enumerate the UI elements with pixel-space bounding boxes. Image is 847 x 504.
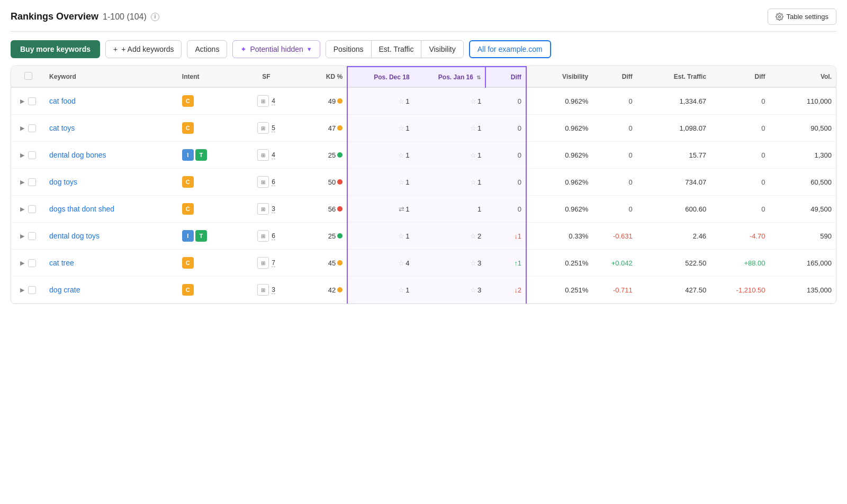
est-diff-value: 0 (761, 124, 765, 132)
est-traffic-button[interactable]: Est. Traffic (372, 41, 422, 58)
page-title: Rankings Overview 1-100 (104) i (11, 11, 159, 22)
expand-icon[interactable]: ▶ (20, 98, 24, 105)
vis-diff-value: 0 (629, 178, 633, 186)
diff-header[interactable]: Diff (485, 67, 526, 87)
sf-icon[interactable]: ⊞ (257, 257, 269, 269)
keyword-link[interactable]: dog toys (49, 178, 77, 186)
intent-badge-t: T (195, 230, 207, 242)
vis-diff-value: 0 (629, 97, 633, 105)
select-all-header[interactable] (11, 67, 45, 87)
kd-dot (337, 260, 343, 265)
sf-count[interactable]: 7 (272, 259, 275, 267)
intent-badges: IT (182, 230, 232, 242)
pos-jan-value: 2 (477, 232, 481, 240)
add-keywords-button[interactable]: + + Add keywords (105, 40, 182, 58)
row-checkbox[interactable] (28, 259, 36, 267)
intent-badges: C (182, 176, 232, 188)
sort-icon: ⇅ (476, 75, 481, 80)
sf-count[interactable]: 4 (272, 151, 275, 159)
all-domain-button[interactable]: All for example.com (469, 40, 551, 58)
sf-header[interactable]: SF (237, 67, 295, 87)
kd-header[interactable]: KD % (296, 67, 348, 87)
visibility-button[interactable]: Visibility (421, 41, 463, 58)
est-traffic-value: 600.60 (685, 205, 706, 213)
keyword-link[interactable]: cat food (49, 97, 76, 105)
kd-value: 50 (328, 178, 336, 186)
info-icon[interactable]: i (151, 13, 159, 21)
select-all-checkbox[interactable] (24, 72, 32, 80)
row-checkbox[interactable] (28, 178, 36, 186)
expand-icon[interactable]: ▶ (20, 179, 24, 186)
vis-diff-value: 0 (629, 151, 633, 159)
keyword-link[interactable]: dental dog bones (49, 151, 106, 159)
actions-button[interactable]: Actions (187, 40, 227, 58)
expand-icon[interactable]: ▶ (20, 260, 24, 267)
est-traffic-value: 1,098.07 (680, 124, 707, 132)
vis-diff-value: 0 (629, 205, 633, 213)
visibility-value: 0.962% (565, 151, 588, 159)
sf-icon[interactable]: ⊞ (257, 149, 269, 161)
kd-value: 25 (328, 232, 336, 240)
pos-dec-header[interactable]: Pos. Dec 18 (347, 67, 413, 87)
pos-dec-value: 1 (406, 286, 409, 294)
keyword-link[interactable]: cat tree (49, 259, 74, 267)
sf-icon[interactable]: ⊞ (257, 176, 269, 188)
sf-count[interactable]: 3 (272, 286, 275, 294)
star-icon: ☆ (398, 232, 404, 240)
pos-dec-value: 1 (406, 97, 409, 105)
row-checkbox[interactable] (28, 151, 36, 159)
intent-badges: IT (182, 149, 232, 161)
est-traffic-value: 522.50 (685, 259, 706, 267)
sf-count[interactable]: 4 (272, 97, 275, 105)
visibility-header[interactable]: Visibility (526, 67, 592, 87)
star-icon: ☆ (398, 259, 404, 267)
sf-icon[interactable]: ⊞ (257, 95, 269, 107)
positions-button[interactable]: Positions (326, 41, 372, 58)
star-icon: ☆ (398, 97, 404, 105)
expand-icon[interactable]: ▶ (20, 287, 24, 294)
row-checkbox[interactable] (28, 286, 36, 294)
table-row: ▶ dog crateC ⊞ 3 42☆1☆3↓20.251%-0.711427… (11, 277, 836, 304)
sf-count[interactable]: 5 (272, 124, 275, 132)
expand-icon[interactable]: ▶ (20, 206, 24, 213)
row-checkbox[interactable] (28, 232, 36, 240)
expand-icon[interactable]: ▶ (20, 125, 24, 132)
kd-dot (337, 206, 343, 212)
pos-dec-value: 1 (406, 151, 409, 159)
diff-value: ↑1 (514, 259, 521, 267)
star-icon: ☆ (398, 178, 404, 186)
intent-header[interactable]: Intent (178, 67, 237, 87)
est-diff-header[interactable]: Diff (710, 67, 769, 87)
row-checkbox[interactable] (28, 205, 36, 213)
vis-diff-value: +0.042 (611, 259, 633, 267)
vis-diff-header[interactable]: Diff (592, 67, 637, 87)
expand-icon[interactable]: ▶ (20, 233, 24, 240)
sf-count[interactable]: 6 (272, 232, 275, 240)
est-traffic-header[interactable]: Est. Traffic (637, 67, 710, 87)
sf-icon[interactable]: ⊞ (257, 284, 269, 296)
link-icon: ⇄ (399, 205, 404, 213)
sf-icon[interactable]: ⊞ (257, 203, 269, 215)
keyword-link[interactable]: cat toys (49, 124, 75, 132)
kd-value: 47 (328, 124, 336, 132)
sf-count[interactable]: 3 (272, 205, 275, 213)
buy-keywords-button[interactable]: Buy more keywords (11, 40, 100, 58)
sf-icon[interactable]: ⊞ (257, 122, 269, 134)
keyword-link[interactable]: dog crate (49, 286, 80, 294)
keyword-header[interactable]: Keyword (45, 67, 178, 87)
keyword-link[interactable]: dental dog toys (49, 232, 100, 240)
keyword-link[interactable]: dogs that dont shed (49, 205, 114, 213)
expand-icon[interactable]: ▶ (20, 152, 24, 159)
row-checkbox[interactable] (28, 124, 36, 132)
intent-badge-c: C (182, 284, 194, 296)
pos-jan-value: 1 (477, 178, 481, 186)
pos-jan-header[interactable]: Pos. Jan 16 ⇅ (414, 67, 486, 87)
vol-header[interactable]: Vol. (770, 67, 836, 87)
rankings-table: Keyword Intent SF KD % Pos. Dec 18 (11, 66, 836, 304)
table-settings-button[interactable]: Table settings (768, 8, 837, 25)
visibility-value: 0.962% (565, 97, 588, 105)
sf-count[interactable]: 6 (272, 178, 275, 186)
sf-icon[interactable]: ⊞ (257, 230, 269, 242)
potential-hidden-button[interactable]: ✦ Potential hidden ▼ (232, 40, 320, 58)
row-checkbox[interactable] (28, 97, 36, 105)
